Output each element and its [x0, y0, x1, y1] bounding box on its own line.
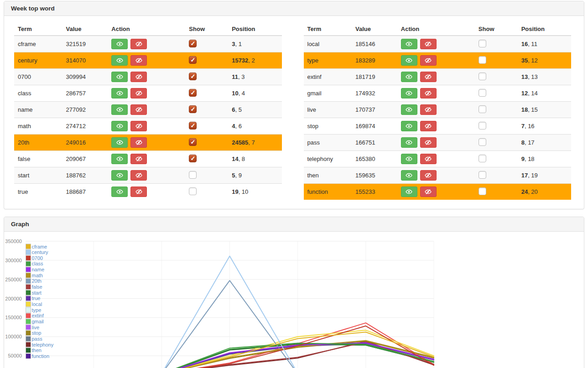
show-checkbox[interactable] — [189, 56, 197, 64]
hide-term-button[interactable] — [130, 170, 147, 181]
show-checkbox[interactable] — [189, 155, 197, 162]
legend-item-gmail[interactable]: gmail — [26, 319, 44, 324]
show-checkbox[interactable] — [189, 89, 197, 97]
show-checkbox[interactable] — [479, 105, 486, 113]
show-checkbox[interactable] — [189, 138, 197, 146]
term-cell: true — [14, 184, 62, 200]
legend-swatch — [26, 250, 31, 255]
show-term-button[interactable] — [401, 170, 417, 181]
show-checkbox[interactable] — [479, 73, 486, 80]
show-term-button[interactable] — [401, 55, 417, 66]
show-term-button[interactable] — [111, 137, 128, 148]
legend-item-class[interactable]: class — [26, 261, 44, 266]
legend-item-function[interactable]: function — [26, 353, 50, 359]
show-term-button[interactable] — [111, 121, 128, 131]
legend-item-pass[interactable]: pass — [26, 336, 43, 342]
hide-term-button[interactable] — [420, 121, 437, 131]
show-checkbox[interactable] — [189, 171, 197, 179]
show-checkbox[interactable] — [189, 73, 197, 80]
show-checkbox[interactable] — [479, 40, 486, 47]
legend-item-type[interactable]: type — [26, 307, 42, 313]
hide-term-button[interactable] — [420, 170, 437, 181]
legend-item-name[interactable]: name — [26, 267, 45, 272]
show-term-button[interactable] — [111, 104, 128, 115]
hide-term-button[interactable] — [130, 72, 147, 82]
hide-term-button[interactable] — [130, 39, 147, 49]
show-checkbox[interactable] — [479, 187, 486, 195]
hide-term-button[interactable] — [420, 104, 437, 115]
legend-item-live[interactable]: live — [26, 325, 40, 330]
legend-item-math[interactable]: math — [26, 273, 43, 278]
legend-item-false[interactable]: false — [26, 284, 42, 290]
show-checkbox[interactable] — [189, 40, 197, 47]
table-row-then: then15963517, 19 — [304, 167, 572, 184]
show-checkbox[interactable] — [189, 122, 197, 130]
show-term-button[interactable] — [401, 104, 417, 115]
legend-item-then[interactable]: then — [26, 347, 42, 353]
hide-term-button[interactable] — [420, 187, 437, 197]
hide-term-button[interactable] — [420, 55, 437, 66]
show-term-button[interactable] — [111, 170, 128, 181]
legend-swatch — [26, 296, 31, 301]
action-cell — [397, 118, 475, 135]
eye-slash-icon — [135, 57, 142, 64]
show-checkbox[interactable] — [479, 171, 486, 179]
hide-term-button[interactable] — [420, 39, 437, 49]
legend-item-telephony[interactable]: telephony — [26, 342, 54, 347]
hide-term-button[interactable] — [420, 88, 437, 98]
show-term-button[interactable] — [401, 88, 417, 98]
hide-term-button[interactable] — [130, 121, 147, 131]
show-checkbox[interactable] — [479, 155, 486, 162]
legend-item-cframe[interactable]: cframe — [26, 244, 47, 249]
show-term-button[interactable] — [401, 39, 417, 49]
show-term-button[interactable] — [401, 137, 417, 148]
show-term-button[interactable] — [111, 39, 128, 49]
show-checkbox[interactable] — [479, 89, 486, 97]
hide-term-button[interactable] — [420, 72, 437, 82]
hide-term-button[interactable] — [130, 187, 147, 197]
hide-term-button[interactable] — [130, 137, 147, 148]
show-term-button[interactable] — [111, 72, 128, 82]
term-cell: telephony — [304, 151, 352, 167]
legend-label: cframe — [32, 244, 47, 249]
show-term-button[interactable] — [401, 154, 417, 164]
hide-term-button[interactable] — [420, 154, 437, 164]
show-checkbox[interactable] — [189, 105, 197, 113]
term-cell: gmail — [304, 85, 352, 102]
legend-item-extinf[interactable]: extinf — [26, 313, 44, 318]
legend-item-century[interactable]: century — [26, 249, 49, 255]
legend-item-local[interactable]: local — [26, 301, 42, 307]
show-term-button[interactable] — [111, 154, 128, 164]
column-header-position: Position — [228, 23, 281, 36]
show-term-button[interactable] — [401, 187, 417, 197]
hide-term-button[interactable] — [130, 104, 147, 115]
show-checkbox[interactable] — [479, 56, 486, 64]
legend-item-start[interactable]: start — [26, 290, 42, 295]
legend-item-true[interactable]: true — [26, 295, 41, 301]
legend-item-stop[interactable]: stop — [26, 330, 42, 336]
term-cell: pass — [304, 135, 352, 151]
table-row-pass: pass1667518, 17 — [304, 135, 572, 151]
show-checkbox[interactable] — [479, 122, 486, 130]
show-term-button[interactable] — [111, 55, 128, 66]
eye-icon — [116, 139, 123, 146]
eye-icon — [406, 188, 412, 195]
hide-term-button[interactable] — [130, 55, 147, 66]
legend-label: false — [32, 284, 42, 290]
show-checkbox[interactable] — [189, 187, 197, 195]
hide-term-button[interactable] — [130, 88, 147, 98]
legend-item-20th[interactable]: 20th — [26, 278, 42, 284]
terms-table-right: TermValueActionShowPosition local1851461… — [304, 23, 572, 200]
show-cell — [475, 184, 518, 200]
hide-term-button[interactable] — [420, 137, 437, 148]
show-term-button[interactable] — [111, 187, 128, 197]
position-cell: 8, 17 — [518, 135, 571, 151]
show-checkbox[interactable] — [479, 138, 486, 146]
show-term-button[interactable] — [111, 88, 128, 98]
hide-term-button[interactable] — [130, 154, 147, 164]
show-term-button[interactable] — [401, 121, 417, 131]
table-row-name: name2770926, 5 — [14, 102, 282, 118]
show-term-button[interactable] — [401, 72, 417, 82]
column-header-action: Action — [108, 23, 185, 36]
legend-item-0700[interactable]: 0700 — [26, 255, 43, 261]
